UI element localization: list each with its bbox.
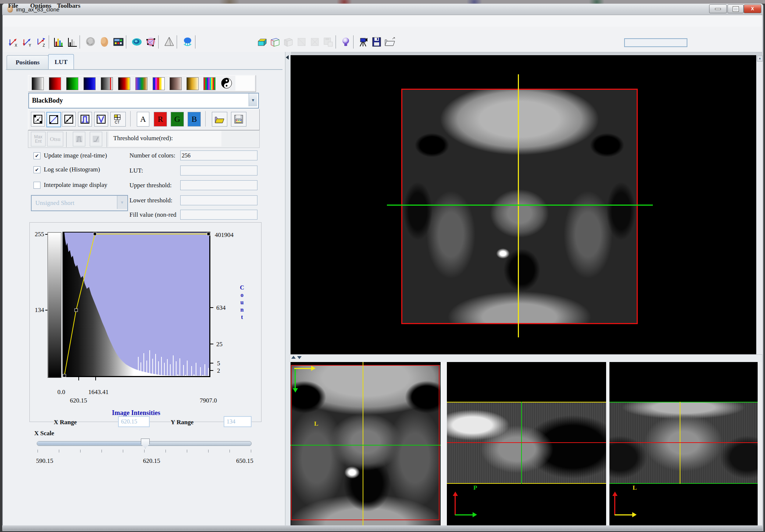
v-transfer-button[interactable] xyxy=(94,112,108,127)
spiral-disc-icon[interactable] xyxy=(130,35,143,49)
lut-swatch-gold[interactable] xyxy=(186,77,199,90)
lut-swatch-sepia[interactable] xyxy=(170,77,182,90)
update-image-checkbox[interactable]: ✔ xyxy=(33,152,40,159)
threshold-inverse-icon xyxy=(92,135,100,143)
toolbar-separator xyxy=(79,35,81,49)
reset-transfer-button[interactable] xyxy=(31,112,45,127)
menu-file[interactable]: File xyxy=(8,2,18,10)
histogram-plot[interactable] xyxy=(63,232,214,381)
lut-swatch-red[interactable] xyxy=(49,77,61,90)
inverse-transfer-button[interactable] xyxy=(62,112,76,127)
lut-swatch-hot[interactable] xyxy=(118,77,130,90)
lut-swatch-green[interactable] xyxy=(66,77,78,90)
lut-swatch-stripes[interactable] xyxy=(153,77,165,90)
minimize-button[interactable] xyxy=(709,4,727,13)
minimize-icon xyxy=(715,8,721,10)
crosshair-vertical-yellow[interactable] xyxy=(518,74,519,337)
clip-box-icon[interactable] xyxy=(255,35,268,49)
lut-name-combobox[interactable]: BlackBody xyxy=(28,93,259,109)
lower-threshold-field[interactable] xyxy=(180,195,257,205)
title-bar[interactable] xyxy=(2,4,763,15)
axial-crosshair-horizontal[interactable] xyxy=(291,445,441,446)
view-gap xyxy=(606,362,609,525)
sagittal-view[interactable]: P xyxy=(447,362,606,525)
y-range-field[interactable]: 134 xyxy=(224,416,252,427)
scroll-up-icon[interactable]: ▲ xyxy=(757,56,763,61)
lut-swatch-rainbow-stripes[interactable] xyxy=(203,77,216,90)
axial-zoom-view[interactable]: L xyxy=(291,362,441,525)
main-view-scrollbar[interactable]: ▲ xyxy=(756,55,762,354)
lut-palette-icon[interactable] xyxy=(112,35,125,49)
view-splitter[interactable] xyxy=(291,354,762,362)
maximize-button[interactable] xyxy=(727,4,744,13)
axis-arrow-right-green xyxy=(455,514,473,515)
lut-swatch-spectrum[interactable] xyxy=(135,77,147,90)
sphere-arrows-icon[interactable] xyxy=(181,35,194,49)
close-button[interactable]: X xyxy=(744,4,761,13)
splitter-down-icon[interactable] xyxy=(297,356,302,359)
menu-options[interactable]: Options xyxy=(30,2,51,10)
splitter-up-icon[interactable] xyxy=(291,356,296,359)
pulse-transfer-button[interactable] xyxy=(78,112,92,127)
green-label: G xyxy=(174,114,180,124)
save-lut-button[interactable] xyxy=(231,112,246,127)
y-range-label: Y Range xyxy=(171,419,193,426)
main-image-view[interactable] xyxy=(291,55,756,354)
color-cube-icon[interactable] xyxy=(268,35,282,49)
lut-swatch-blank[interactable] xyxy=(235,76,255,91)
axial-crosshair-vertical[interactable] xyxy=(363,362,363,525)
light-bulb-icon[interactable] xyxy=(339,35,352,49)
coronal-crosshair-horizontal-red[interactable] xyxy=(609,442,758,443)
mesh-sphere-icon[interactable] xyxy=(144,35,157,49)
open-folder-icon[interactable] xyxy=(383,35,396,49)
skull-surface-icon[interactable] xyxy=(84,35,97,49)
datatype-dropdown-disabled: Unsigned Short xyxy=(31,195,128,211)
green-channel-button[interactable]: G xyxy=(171,112,184,127)
hist-count-max: 401904 xyxy=(215,231,234,239)
coronal-view[interactable]: L xyxy=(609,362,758,525)
slider-tick xyxy=(102,450,102,453)
hist-ylabel: C o u n t xyxy=(238,284,246,321)
tab-positions[interactable]: Positions xyxy=(7,55,49,70)
lut-field[interactable] xyxy=(180,166,257,175)
sagittal-crosshair-horizontal-red[interactable] xyxy=(447,442,606,443)
tab-lut[interactable]: LUT xyxy=(48,54,74,70)
alpha-button[interactable]: A xyxy=(137,112,149,127)
linear-transfer-button[interactable] xyxy=(46,112,61,127)
panel-splitter[interactable] xyxy=(285,52,291,525)
menu-toolbars[interactable]: Toolbars xyxy=(57,2,81,10)
hist-ytick-134: 134 xyxy=(32,306,44,314)
open-lut-button[interactable] xyxy=(212,112,227,127)
tetrahedron-icon[interactable] xyxy=(163,35,176,49)
number-of-colors-field[interactable]: 256 xyxy=(180,150,257,160)
histogram-gray-icon[interactable] xyxy=(65,35,79,49)
red-channel-button[interactable]: R xyxy=(154,112,167,127)
collapse-left-icon[interactable] xyxy=(286,55,289,60)
ct-preset-button[interactable]: CT xyxy=(110,112,126,127)
save-floppy-icon[interactable] xyxy=(370,35,383,49)
camera-tripod-icon[interactable] xyxy=(357,35,370,49)
yin-yang-icon[interactable] xyxy=(221,77,232,91)
x-range-field[interactable]: 620.15 xyxy=(118,416,150,427)
flip-y-axis-icon[interactable]: Y xyxy=(21,35,34,49)
upper-threshold-field[interactable] xyxy=(180,180,257,190)
fill-value-field[interactable] xyxy=(180,210,257,220)
crosshair-horizontal-green[interactable] xyxy=(387,205,653,206)
ent-label: Ent xyxy=(35,139,42,143)
lut-swatch-grayscale[interactable] xyxy=(32,77,44,90)
chevron-down-icon[interactable]: ▼ xyxy=(249,93,257,106)
histogram-color-icon[interactable] xyxy=(51,35,65,49)
head-render-icon[interactable] xyxy=(98,35,111,49)
blue-channel-button[interactable]: B xyxy=(188,112,201,127)
lut-swatch-blue[interactable] xyxy=(83,77,96,90)
interpolate-checkbox[interactable] xyxy=(33,182,40,189)
slider-tick xyxy=(38,450,38,453)
slider-tick xyxy=(166,450,166,453)
flip-x-axis-icon[interactable]: X xyxy=(7,35,20,49)
update-image-label: Update image (real-time) xyxy=(44,152,107,159)
toolbar-search-input[interactable] xyxy=(624,38,687,47)
hist-xtick-0: 0.0 xyxy=(57,389,65,396)
log-scale-checkbox[interactable]: ✔ xyxy=(33,166,40,173)
lut-swatch-gray-red-line[interactable] xyxy=(101,77,113,90)
flip-z-axis-icon[interactable]: Z xyxy=(35,35,48,49)
